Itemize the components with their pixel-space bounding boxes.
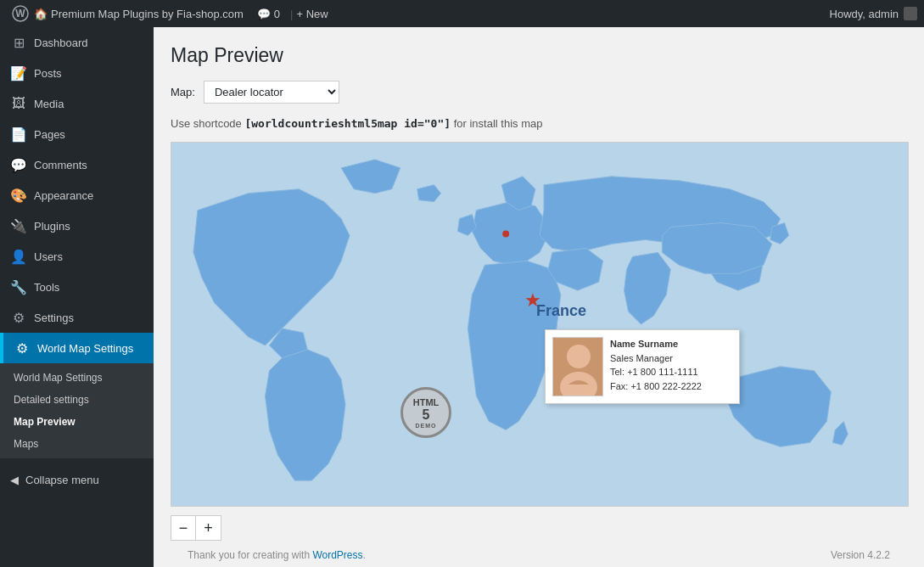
media-icon: 🖼 <box>10 95 27 112</box>
sidebar-item-appearance[interactable]: 🎨 Appearance <box>0 180 154 211</box>
map-selector-row: Map: Dealer locator <box>171 81 907 104</box>
france-label: France <box>536 302 586 320</box>
site-name[interactable]: 🏠 Premium Map Plugins by Fia-shop.com <box>34 8 244 20</box>
sidebar-item-settings[interactable]: ⚙ Settings <box>0 302 154 333</box>
map-selector-label: Map: <box>171 86 195 98</box>
world-map-svg <box>171 143 908 506</box>
worldmap-submenu: World Map Settings Detailed settings Map… <box>0 363 154 458</box>
svg-text:W: W <box>15 8 25 20</box>
zoom-in-button[interactable]: + <box>196 515 221 541</box>
sidebar-item-pages[interactable]: 📄 Pages <box>0 119 154 149</box>
popup-tel: Tel: +1 800 111-1111 <box>610 365 702 379</box>
svg-point-3 <box>502 231 509 238</box>
map-background: France ★ Name Surna <box>171 143 908 506</box>
sidebar-item-comments[interactable]: 💬 Comments <box>0 149 154 180</box>
popup-name: Name Surname <box>610 337 702 351</box>
submenu-detailed-settings[interactable]: Detailed settings <box>0 389 154 411</box>
submenu-map-preview[interactable]: Map Preview <box>0 411 154 433</box>
submenu-world-map-settings[interactable]: World Map Settings <box>0 367 154 389</box>
comments-icon: 💬 <box>257 8 271 20</box>
svg-point-5 <box>567 345 591 368</box>
posts-icon: 📝 <box>10 65 27 81</box>
wp-logo[interactable]: W <box>7 0 34 27</box>
popup-fax: Fax: +1 800 222-2222 <box>610 379 702 394</box>
users-icon: 👤 <box>10 248 27 265</box>
collapse-menu-button[interactable]: ◀ Collapse menu <box>0 465 154 495</box>
new-item-button[interactable]: + New <box>296 8 328 20</box>
france-popup: Name Surname Sales Manager Tel: +1 800 1… <box>545 329 740 404</box>
tools-icon: 🔧 <box>10 278 27 295</box>
comments-badge[interactable]: 💬 0 <box>257 8 280 20</box>
sidebar-item-posts[interactable]: 📝 Posts <box>0 58 154 88</box>
plugins-icon: 🔌 <box>10 217 27 234</box>
comments-menu-icon: 💬 <box>10 156 27 173</box>
appearance-icon: 🎨 <box>10 187 27 204</box>
map-container[interactable]: France ★ Name Surna <box>171 142 909 507</box>
sidebar-item-plugins[interactable]: 🔌 Plugins <box>0 211 154 241</box>
footer-thank-you: Thank you for creating with WordPress. <box>188 549 366 561</box>
popup-avatar-image <box>553 338 603 396</box>
page-title: Map Preview <box>171 44 907 67</box>
wordpress-link[interactable]: WordPress <box>312 549 362 561</box>
sidebar-item-dashboard[interactable]: ⊞ Dashboard <box>0 27 154 58</box>
submenu-maps[interactable]: Maps <box>0 433 154 455</box>
popup-text: Name Surname Sales Manager Tel: +1 800 1… <box>610 337 702 396</box>
dashboard-icon: ⊞ <box>10 34 27 51</box>
footer-version: Version 4.2.2 <box>831 549 890 561</box>
demo-text: DEMO <box>416 423 437 429</box>
map-selector-select[interactable]: Dealer locator <box>204 81 339 104</box>
html5-text: HTML <box>413 397 440 407</box>
sidebar-item-media[interactable]: 🖼 Media <box>0 88 154 119</box>
howdy-menu[interactable]: Howdy, admin <box>830 7 917 20</box>
sidebar: ⊞ Dashboard 📝 Posts 🖼 Media 📄 Pages 💬 Co… <box>0 27 154 567</box>
sidebar-item-users[interactable]: 👤 Users <box>0 241 154 272</box>
html5-number: 5 <box>423 407 430 423</box>
sidebar-item-tools[interactable]: 🔧 Tools <box>0 272 154 302</box>
collapse-icon: ◀ <box>10 474 19 486</box>
popup-title: Sales Manager <box>610 351 702 366</box>
main-content: Map Preview Map: Dealer locator Use shor… <box>154 27 924 567</box>
home-icon: 🏠 <box>34 8 48 20</box>
shortcode-hint: Use shortcode [worldcountrieshtml5map id… <box>171 117 907 130</box>
map-zoom-controls: − + <box>171 515 907 541</box>
page-footer: Thank you for creating with WordPress. V… <box>171 541 907 567</box>
popup-avatar-container <box>552 337 603 396</box>
pages-icon: 📄 <box>10 126 27 143</box>
settings-icon: ⚙ <box>10 309 27 326</box>
france-marker: ★ <box>524 289 541 312</box>
zoom-out-button[interactable]: − <box>171 515 196 541</box>
admin-bar: W 🏠 Premium Map Plugins by Fia-shop.com … <box>0 0 924 27</box>
worldmap-icon: ⚙ <box>14 340 31 356</box>
admin-avatar <box>904 7 917 20</box>
sidebar-item-worldmap[interactable]: ⚙ World Map Settings <box>0 333 154 363</box>
html5-stamp: HTML 5 DEMO <box>400 387 451 438</box>
